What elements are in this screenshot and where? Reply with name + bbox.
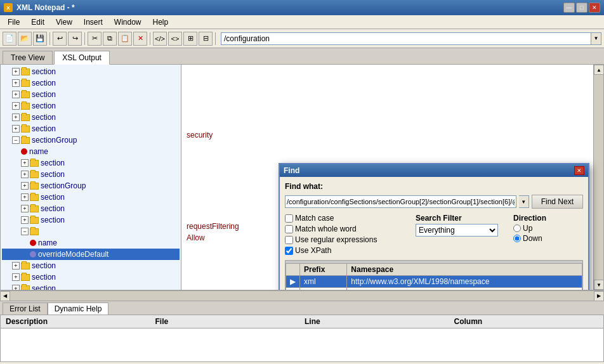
menu-window[interactable]: Window [109,16,147,28]
expand-s7[interactable]: + [12,273,20,281]
expand-s8[interactable]: + [12,285,20,290]
copy-button[interactable]: ⧉ [103,32,117,46]
menu-insert[interactable]: Insert [79,16,108,28]
tree-item[interactable]: + section [2,214,180,226]
tree-item[interactable]: + section [2,192,180,203]
tree-item[interactable]: + section [2,112,180,123]
scroll-track[interactable] [594,75,603,280]
tree-item-selected[interactable]: overrideModeDefault [2,249,180,260]
scroll-left-button[interactable]: ◀ [0,291,10,301]
find-checkboxes: Match case Match whole word Use regular … [285,214,393,255]
expand-s4[interactable]: + [21,205,29,212]
save-button[interactable]: 💾 [33,32,47,46]
expand-s3[interactable]: + [21,193,29,201]
use-xpath-checkbox[interactable] [285,247,293,255]
new-button[interactable]: 📄 [3,32,16,46]
ns-prefix-empty [300,288,347,291]
tree-item[interactable]: + sectionGroup [2,180,180,192]
find-dropdown-button[interactable]: ▼ [519,195,529,208]
close-button[interactable]: ✕ [589,3,600,13]
expand-section2[interactable]: + [12,79,20,87]
find-next-button[interactable]: Find Next [532,195,583,209]
expand-s5[interactable]: + [21,216,29,224]
scroll-up-button[interactable]: ▲ [594,65,604,75]
tree-item[interactable]: + section [2,203,180,214]
folder-icon [30,217,39,224]
tree-label: section [41,204,65,213]
expand-section6[interactable]: + [12,125,20,133]
undo-button[interactable]: ↩ [53,32,67,46]
path-dropdown-button[interactable]: ▼ [591,32,601,45]
expand-sg3[interactable]: − [21,228,29,235]
open-button[interactable]: 📂 [18,32,32,46]
maximize-button[interactable]: □ [576,3,588,13]
expand-section1[interactable]: + [12,68,20,75]
collapse-button[interactable]: ⊟ [199,32,213,46]
tree-label: section [32,90,56,99]
value-row: security [184,129,591,141]
tree-item[interactable]: + section [2,89,180,100]
menu-edit[interactable]: Edit [26,16,49,28]
direction-up-radio[interactable] [513,224,521,232]
direction-down-radio[interactable] [513,235,521,242]
tree-label: name [38,238,57,247]
folder-icon [30,194,39,201]
minimize-button[interactable]: — [563,3,575,13]
menu-help[interactable]: Help [148,16,174,28]
paste-button[interactable]: 📋 [118,32,132,46]
tree-label: section [41,170,65,179]
tree-item[interactable]: + section [2,283,180,290]
h-scroll-track[interactable] [10,291,594,301]
cut-button[interactable]: ✂ [88,32,102,46]
direction-group: Direction Up Down [513,214,546,255]
tree-item[interactable]: + section [2,271,180,283]
find-close-button[interactable]: ✕ [574,166,584,175]
expand-sectiongroup1[interactable]: − [12,136,20,144]
expand-section3[interactable]: + [12,91,20,98]
search-filter-select[interactable]: Everything Attributes Elements Text Comm… [416,224,498,237]
path-input[interactable] [221,32,591,45]
tab-error-list[interactable]: Error List [3,302,48,315]
tab-xsl-output[interactable]: XSL Output [54,51,110,65]
menu-file[interactable]: File [3,16,25,28]
sep1 [49,32,50,45]
ns-row-empty[interactable]: * [286,288,582,291]
expand-button[interactable]: ⊞ [183,32,197,46]
expand-section4[interactable]: + [12,102,20,110]
match-whole-word-checkbox[interactable] [285,225,293,233]
outdent-button[interactable]: <> [168,32,182,46]
find-dialog-body: Find what: ▼ Find Next Match case [280,177,588,290]
indent-button[interactable]: </> [153,32,167,46]
tab-dynamic-help[interactable]: Dynamic Help [48,302,109,315]
tree-item[interactable]: + section [2,123,180,134]
match-case-checkbox[interactable] [285,214,293,223]
delete-button[interactable]: ✕ [133,32,147,46]
tree-item[interactable]: − sectionGroup [2,134,180,146]
use-regex-checkbox[interactable] [285,236,293,244]
scroll-down-button[interactable]: ▼ [594,280,604,290]
find-input[interactable] [285,195,516,208]
tree-item[interactable]: + section [2,77,180,89]
toolbar: 📄 📂 💾 ↩ ↪ ✂ ⧉ 📋 ✕ </> <> ⊞ ⊟ ▼ [0,29,604,48]
expand-s[interactable]: + [21,159,29,167]
tab-tree-view[interactable]: Tree View [3,51,53,64]
tree-item[interactable]: + section [2,169,180,180]
tree-item[interactable]: + section [2,260,180,271]
tree-item[interactable]: − [2,226,180,237]
tree-label: section [41,193,65,202]
tree-item[interactable]: + section [2,66,180,77]
tree-item[interactable]: + section [2,157,180,169]
tree-item[interactable]: + section [2,100,180,112]
ns-row-xml[interactable]: ▶ xml http://www.w3.org/XML/1998/namespa… [286,276,582,288]
expand-s2[interactable]: + [21,171,29,178]
tree-item[interactable]: name [2,146,180,157]
expand-section5[interactable]: + [12,114,20,121]
redo-button[interactable]: ↪ [68,32,82,46]
tree-label: overrideModeDefault [38,250,108,259]
expand-sg2[interactable]: + [21,182,29,190]
expand-s6[interactable]: + [12,262,20,270]
ns-namespace-empty [347,288,582,291]
scroll-right-button[interactable]: ▶ [594,291,604,301]
menu-view[interactable]: View [51,16,77,28]
tree-item[interactable]: name [2,237,180,249]
